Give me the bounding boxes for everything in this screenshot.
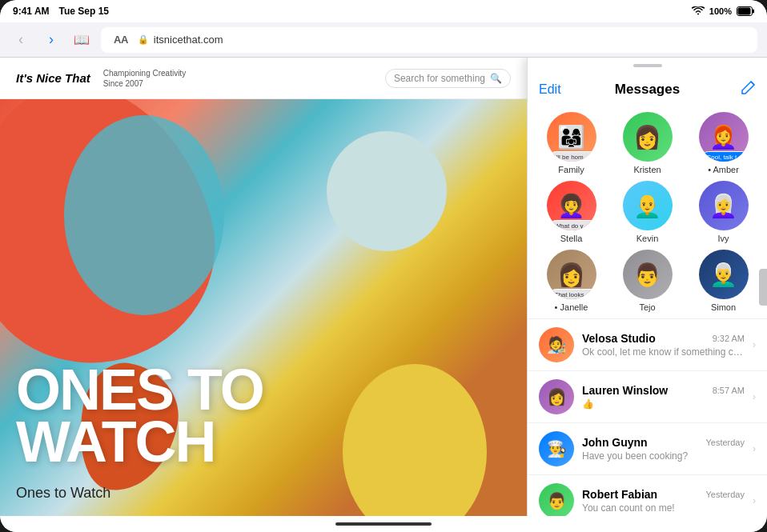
- msg-avatar-lauren: 👩: [539, 379, 574, 414]
- forward-button[interactable]: ›: [40, 29, 62, 51]
- msg-time-robert: Yesterday: [705, 490, 745, 499]
- chevron-icon-velosa: ›: [753, 339, 756, 350]
- contact-avatar-ivy: 👩‍🦳: [699, 181, 749, 230]
- contact-name-simon: Simon: [711, 302, 736, 312]
- msg-avatar-john: 👨‍🍳: [539, 431, 574, 466]
- msg-time-velosa: 9:32 AM: [713, 334, 745, 343]
- contact-name-stella: Stella: [560, 234, 583, 243]
- message-list: 🧑‍🎨 Velosa Studio 9:32 AM Ok cool, let m…: [528, 319, 767, 516]
- msg-name-john: John Guynn: [582, 436, 648, 449]
- contact-avatar-simon: 👨‍🦳: [699, 250, 749, 299]
- msg-avatar-velosa: 🧑‍🎨: [539, 327, 574, 362]
- bookmarks-button[interactable]: 📖: [70, 29, 93, 51]
- drag-pill: [633, 64, 662, 67]
- msg-name-velosa: Velosa Studio: [582, 332, 656, 345]
- wifi-icon: [692, 6, 705, 16]
- pinned-contact-kristen[interactable]: 👩 Kristen: [623, 112, 673, 174]
- contact-avatar-stella: 👩‍🦱 What do you think?: [547, 181, 596, 230]
- contact-avatar-family: 👨‍👩‍👧 I'll be home soon!: [547, 112, 596, 162]
- pinned-contact-tejo[interactable]: 👨 Tejo: [623, 250, 673, 312]
- browser-chrome: ‹ › 📖 AA 🔒 itsnicethat.com: [0, 22, 767, 58]
- home-indicator[interactable]: [335, 522, 432, 526]
- edit-button[interactable]: Edit: [539, 82, 561, 97]
- search-icon: 🔍: [490, 73, 502, 84]
- pinned-contact-kevin[interactable]: 👨‍🦲 Kevin: [623, 181, 673, 243]
- aa-button[interactable]: AA: [109, 34, 133, 46]
- site-logo: It's Nice That: [16, 71, 90, 85]
- msg-name-robert: Robert Fabian: [582, 488, 657, 501]
- pinned-contact-ivy[interactable]: 👩‍🦳 Ivy: [699, 181, 749, 243]
- contact-avatar-janelle: 👩 That looks so good!: [547, 250, 596, 299]
- msg-preview-lauren: 👍: [582, 398, 745, 410]
- site-header: It's Nice That Championing Creativity Si…: [0, 58, 527, 99]
- compose-button[interactable]: [740, 80, 756, 100]
- contact-name-janelle: • Janelle: [555, 302, 588, 312]
- pinned-row-1: 👨‍👩‍👧 I'll be home soon! Family 👩 Kriste…: [536, 112, 759, 174]
- site-search[interactable]: Search for something 🔍: [385, 69, 511, 88]
- status-time: 9:41 AM: [13, 6, 50, 17]
- hero-text: ONES TO WATCH: [16, 364, 263, 468]
- chevron-icon-robert: ›: [753, 495, 756, 506]
- lock-icon: 🔒: [138, 34, 149, 45]
- msg-content-john: John Guynn Yesterday Have you been cooki…: [582, 436, 745, 462]
- msg-avatar-robert: 👨: [539, 483, 574, 516]
- main-area: It's Nice That Championing Creativity Si…: [0, 58, 767, 516]
- contact-avatar-tejo: 👨: [623, 250, 673, 299]
- messages-panel: Edit Messages 👨‍👩‍👧: [527, 58, 767, 516]
- pinned-contact-simon[interactable]: 👨‍🦳 Simon: [699, 250, 749, 312]
- pinned-row-2: 👩‍🦱 What do you think? Stella 👨‍🦲 Kevin: [536, 181, 759, 243]
- article-title: Ones to Watch: [16, 485, 110, 502]
- message-item-john[interactable]: 👨‍🍳 John Guynn Yesterday Have you been c…: [528, 423, 767, 475]
- panel-title: Messages: [615, 82, 680, 98]
- message-item-velosa[interactable]: 🧑‍🎨 Velosa Studio 9:32 AM Ok cool, let m…: [528, 319, 767, 371]
- contact-name-ivy: Ivy: [717, 234, 729, 243]
- pinned-contact-stella[interactable]: 👩‍🦱 What do you think? Stella: [547, 181, 596, 243]
- ipad-frame: 9:41 AM Tue Sep 15 100% ‹ › 📖 AA: [0, 0, 767, 532]
- contact-avatar-amber: 👩‍🦰 Cool, talk to you then.: [699, 112, 749, 162]
- message-item-lauren[interactable]: 👩 Lauren Winslow 8:57 AM 👍 ›: [528, 371, 767, 423]
- contact-name-amber: • Amber: [708, 165, 739, 174]
- pinned-section: 👨‍👩‍👧 I'll be home soon! Family 👩 Kriste…: [528, 106, 767, 319]
- msg-preview-velosa: Ok cool, let me know if something comes …: [582, 346, 745, 358]
- bubble-stella: What do you think?: [550, 220, 596, 230]
- pinned-row-3: 👩 That looks so good! • Janelle 👨 Tejo: [536, 250, 759, 312]
- svg-rect-1: [753, 10, 754, 14]
- contact-avatar-kevin: 👨‍🦲: [623, 181, 673, 230]
- home-button[interactable]: [759, 269, 767, 306]
- url-text: itsnicethat.com: [154, 34, 223, 46]
- msg-time-lauren: 8:57 AM: [713, 386, 745, 395]
- battery-icon: [737, 6, 754, 16]
- msg-content-velosa: Velosa Studio 9:32 AM Ok cool, let me kn…: [582, 332, 745, 358]
- drag-indicator: [528, 58, 767, 74]
- web-content: It's Nice That Championing Creativity Si…: [0, 58, 527, 516]
- pinned-contact-family[interactable]: 👨‍👩‍👧 I'll be home soon! Family: [547, 112, 596, 174]
- panel-header: Edit Messages: [528, 74, 767, 106]
- hero-area: ONES TO WATCH Ones to Watch: [0, 99, 527, 516]
- svg-rect-2: [738, 8, 751, 15]
- msg-content-lauren: Lauren Winslow 8:57 AM 👍: [582, 384, 745, 410]
- site-tagline: Championing Creativity Since 2007: [103, 68, 186, 89]
- status-bar: 9:41 AM Tue Sep 15 100%: [0, 0, 767, 22]
- search-placeholder: Search for something: [394, 73, 485, 84]
- message-item-robert[interactable]: 👨 Robert Fabian Yesterday You can count …: [528, 475, 767, 516]
- contact-name-kristen: Kristen: [633, 165, 661, 174]
- msg-preview-robert: You can count on me!: [582, 502, 745, 514]
- contact-avatar-kristen: 👩: [623, 112, 673, 162]
- chevron-icon-lauren: ›: [753, 391, 756, 402]
- contact-name-family: Family: [558, 165, 584, 174]
- chevron-icon-john: ›: [753, 443, 756, 454]
- back-button[interactable]: ‹: [10, 29, 32, 51]
- contact-name-kevin: Kevin: [636, 234, 659, 243]
- pinned-contact-janelle[interactable]: 👩 That looks so good! • Janelle: [547, 250, 596, 312]
- bubble-amber: Cool, talk to you then.: [702, 151, 749, 162]
- home-bar: [0, 516, 767, 532]
- msg-time-john: Yesterday: [705, 438, 745, 447]
- pinned-contact-amber[interactable]: 👩‍🦰 Cool, talk to you then. • Amber: [699, 112, 749, 174]
- url-bar[interactable]: AA 🔒 itsnicethat.com: [101, 27, 757, 53]
- contact-name-tejo: Tejo: [639, 302, 655, 312]
- battery-level: 100%: [709, 6, 732, 16]
- msg-preview-john: Have you been cooking?: [582, 450, 745, 462]
- bubble-family: I'll be home soon!: [550, 151, 596, 162]
- status-date: Tue Sep 15: [59, 6, 109, 17]
- bubble-janelle: That looks so good!: [550, 289, 596, 299]
